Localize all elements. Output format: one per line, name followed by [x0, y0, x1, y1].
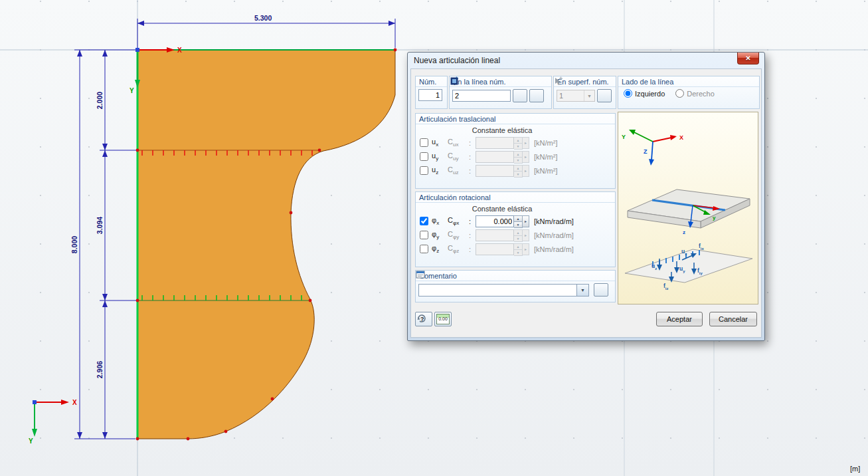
- multi-select-icon: [450, 76, 459, 86]
- illus-plate-z-label: z: [683, 229, 685, 235]
- cphiy-label: Cφy: [448, 230, 469, 240]
- cancel-button[interactable]: Cancelar: [709, 312, 757, 326]
- multi-select-button[interactable]: [529, 89, 544, 102]
- phix-label: φx: [432, 216, 448, 226]
- help-circle-icon: ?: [416, 312, 428, 324]
- cphiz-spinner: ▲▼: [514, 243, 523, 255]
- hinge-illustration: X Y Z y z: [618, 112, 758, 304]
- cphiy-input: [476, 229, 514, 241]
- phiz-checkbox[interactable]: [420, 245, 428, 253]
- group-side-caption: Lado de la línea: [618, 76, 759, 87]
- row-ux: ux Cux : ▲▼ ▸ [kN/m²]: [416, 136, 615, 150]
- comment-input[interactable]: [418, 284, 576, 297]
- colon: :: [469, 153, 476, 161]
- accept-button[interactable]: Aceptar: [656, 312, 703, 326]
- illus-axis-y-label: Y: [622, 134, 626, 140]
- cux-label: Cux: [448, 138, 469, 148]
- colon: :: [469, 139, 476, 147]
- cphiy-more-button: ▸: [523, 229, 529, 241]
- group-line: En la línea núm.: [449, 76, 552, 109]
- cuz-label: Cuz: [448, 166, 469, 176]
- group-surface: En superf. núm. 1 ▼: [553, 76, 616, 109]
- group-side: Lado de la línea Izquierdo Derecho: [618, 76, 760, 109]
- pick-cursor-disabled-icon: [554, 76, 563, 86]
- cuy-label: Cuy: [448, 152, 469, 162]
- illus-released-plane: ux fix uz uy fiy fiz: [625, 243, 752, 291]
- cphix-label: Cφx: [448, 216, 469, 226]
- hinge-number-input[interactable]: [418, 89, 442, 101]
- illus-plate-y-label: y: [713, 215, 716, 221]
- phix-checkbox[interactable]: [420, 217, 428, 225]
- uy-checkbox[interactable]: [420, 152, 428, 161]
- row-phiz: φz Cφz : ▲▼ ▸ [kNm/rad/m]: [416, 242, 615, 256]
- set-zero-button[interactable]: 0.00: [434, 312, 452, 326]
- cphix-more-button[interactable]: ▸: [523, 215, 529, 227]
- help-button[interactable]: ?: [415, 312, 432, 326]
- cphiy-unit: [kNm/rad/m]: [534, 231, 574, 239]
- illus-ux-label: ux: [681, 248, 687, 256]
- comment-panel-icon: [416, 271, 425, 279]
- group-num: Núm.: [415, 76, 448, 109]
- new-line-hinge-dialog: Nueva articulación lineal ✕ Núm. En la l…: [407, 52, 765, 341]
- comment-combo[interactable]: ▼: [418, 284, 589, 297]
- uz-checkbox[interactable]: [420, 166, 428, 175]
- section-translational: Articulación traslacional Constante elás…: [415, 113, 616, 189]
- pick-surface-button: [597, 89, 612, 102]
- section-rotational-caption: Articulación rotacional: [416, 192, 615, 203]
- row-phix: φx Cφx : ▲▼ ▸ [kNm/rad/m]: [416, 214, 615, 228]
- close-icon: ✕: [745, 55, 750, 62]
- global-axis-y-label: Y: [29, 437, 33, 445]
- phiy-checkbox[interactable]: [420, 231, 428, 239]
- cphix-spinner[interactable]: ▲▼: [514, 215, 523, 227]
- row-uy: uy Cuy : ▲▼ ▸ [kN/m²]: [416, 150, 615, 164]
- section-rotational: Articulación rotacional Constante elásti…: [415, 191, 616, 267]
- surface-number-combo: 1 ▼: [557, 90, 595, 102]
- illus-axes: X Y Z: [622, 130, 683, 166]
- zero-icon: 0.00: [436, 314, 450, 324]
- side-left-radio[interactable]: Izquierdo: [624, 89, 665, 98]
- cuz-unit: [kN/m²]: [534, 167, 557, 175]
- colon: :: [469, 245, 476, 253]
- group-num-caption: Núm.: [416, 76, 447, 87]
- dim-label-top: 5.300: [254, 14, 272, 22]
- ux-checkbox[interactable]: [420, 138, 428, 147]
- cux-input: [476, 137, 514, 149]
- side-left-label: Izquierdo: [635, 90, 665, 98]
- phiz-label: φz: [432, 244, 448, 254]
- dialog-client: Núm. En la línea núm.: [410, 68, 762, 338]
- cux-spinner: ▲▼: [514, 137, 523, 149]
- side-right-radio[interactable]: Derecho: [675, 89, 715, 98]
- row-phiy: φy Cφy : ▲▼ ▸ [kNm/rad/m]: [416, 228, 615, 242]
- cphix-input[interactable]: [476, 215, 514, 227]
- phiy-label: φy: [432, 230, 448, 240]
- cuy-spinner: ▲▼: [514, 151, 523, 163]
- pick-line-button[interactable]: [513, 89, 527, 102]
- cuy-input: [476, 151, 514, 163]
- group-comment-caption: Comentario: [416, 271, 615, 281]
- unit-label: [m]: [850, 465, 860, 473]
- cuz-spinner: ▲▼: [514, 165, 523, 177]
- cuz-more-button: ▸: [523, 165, 529, 177]
- comment-browse-button[interactable]: [594, 283, 608, 297]
- dim-label-seg1: 2.000: [96, 92, 104, 109]
- line-number-input[interactable]: [452, 90, 511, 102]
- cphiz-more-button: ▸: [523, 243, 529, 255]
- row-uz: uz Cuz : ▲▼ ▸ [kN/m²]: [416, 164, 615, 178]
- comment-dropdown-icon[interactable]: ▼: [576, 284, 589, 297]
- cuz-input: [476, 165, 514, 177]
- cux-unit: [kN/m²]: [534, 139, 557, 147]
- elastic-constant-header-2: Constante elástica: [416, 203, 615, 214]
- cphiz-unit: [kNm/rad/m]: [534, 245, 574, 253]
- axis-y-label: Y: [130, 87, 134, 94]
- svg-text:?: ?: [420, 316, 424, 322]
- axis-x-label: X: [177, 47, 182, 54]
- group-line-caption: En la línea núm.: [450, 76, 551, 87]
- illus-axis-z-label: Z: [644, 148, 648, 155]
- close-button[interactable]: ✕: [737, 53, 759, 64]
- illustration-panel: X Y Z y z: [618, 112, 758, 304]
- cphiz-label: Cφz: [448, 244, 469, 254]
- uy-label: uy: [432, 152, 448, 162]
- group-comment: Comentario ▼: [415, 270, 616, 302]
- colon: :: [469, 217, 476, 225]
- dialog-titlebar[interactable]: Nueva articulación lineal: [408, 53, 764, 68]
